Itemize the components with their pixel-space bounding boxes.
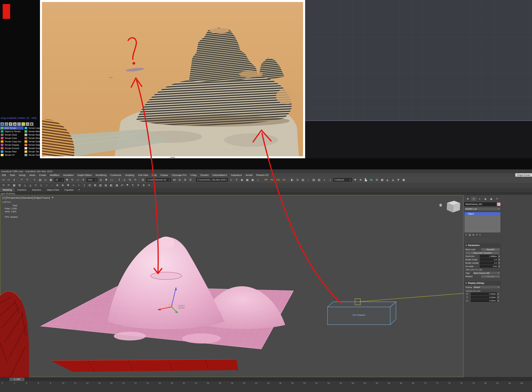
spinner-field[interactable]: 1.4996m bbox=[480, 255, 498, 258]
menu-item[interactable]: Customize bbox=[108, 174, 123, 177]
terrain-operator-item[interactable]: Terrain Filter bbox=[0, 150, 24, 153]
tool-icon[interactable]: ◌ bbox=[49, 183, 55, 188]
tool-icon[interactable]: ◇ bbox=[38, 183, 44, 188]
tool-icon[interactable]: ∫ bbox=[82, 183, 87, 188]
tool-icon[interactable]: ▽ bbox=[33, 183, 38, 188]
undo-icon[interactable]: ↶ bbox=[19, 177, 24, 182]
tool-icon[interactable]: ⊠ bbox=[92, 183, 98, 188]
terrain-operator-item[interactable]: Terrain Erosion bbox=[0, 146, 24, 150]
select-and-place-icon[interactable]: ✛ bbox=[81, 177, 86, 182]
spinner-snap-icon[interactable]: ⟳ bbox=[133, 177, 138, 182]
tool-icon[interactable]: ○ bbox=[44, 183, 49, 188]
object-color-swatch[interactable] bbox=[497, 202, 501, 206]
terrain-operator-item[interactable]: Terrain Snow bbox=[24, 146, 40, 150]
tool-icon[interactable]: ⊗ bbox=[60, 183, 65, 188]
terrain-operator-item[interactable]: Birth Terrain bbox=[0, 126, 24, 130]
depot-tool-icon[interactable]: ▤ bbox=[5, 122, 8, 126]
display-toggle-icon[interactable]: ⊡ bbox=[295, 177, 300, 182]
layer-explorer-icon[interactable]: ≣ bbox=[182, 177, 188, 182]
select-and-scale-icon[interactable]: ▱ bbox=[75, 177, 81, 182]
window-resize-handle[interactable] bbox=[170, 157, 175, 158]
ribbon-tab[interactable]: Object Paint bbox=[44, 188, 62, 192]
menu-item[interactable]: Graph Editors bbox=[76, 174, 94, 177]
tool-icon[interactable]: ⚑ bbox=[125, 183, 130, 188]
tool-icon[interactable]: ⊕ bbox=[55, 183, 60, 188]
tool-icon[interactable]: ▨ bbox=[316, 177, 322, 182]
percent-snap-icon[interactable]: % bbox=[127, 177, 133, 182]
red-mesh-left[interactable] bbox=[0, 291, 29, 377]
terrain-operator-item[interactable]: Terrain Slope bbox=[24, 143, 40, 146]
spinner-arrows[interactable] bbox=[498, 261, 500, 264]
snaps-toggle-icon[interactable]: 3 bbox=[116, 177, 122, 182]
menu-item[interactable]: Create bbox=[37, 174, 48, 177]
depot-tool-icon[interactable]: ▷ bbox=[17, 122, 21, 126]
tool-icon[interactable]: ▥ bbox=[103, 183, 109, 188]
menu-item[interactable]: Rendering bbox=[94, 174, 108, 177]
terrain-operator-item[interactable]: Terrain Mesh bbox=[24, 130, 40, 133]
tool-icon[interactable]: ✛ bbox=[136, 183, 141, 188]
rectangular-selection-icon[interactable]: ▭ bbox=[43, 177, 48, 182]
selection-set-dropdown[interactable]: Create Selection Se bbox=[146, 178, 171, 182]
tool-icon[interactable]: ✚ bbox=[65, 183, 71, 188]
terrain-operator-item[interactable]: Terrain Copy Out bbox=[0, 140, 24, 143]
spinner-arrows[interactable] bbox=[497, 296, 499, 299]
separator[interactable] bbox=[262, 178, 262, 182]
configure-modifier-sets-icon[interactable]: ≡ bbox=[479, 233, 481, 236]
schematic-view-icon[interactable]: # bbox=[234, 177, 239, 182]
menu-item[interactable]: Scripting bbox=[123, 174, 136, 177]
tool-icon[interactable]: ⟳ bbox=[6, 183, 11, 188]
filter-icon[interactable] bbox=[52, 197, 54, 199]
render-window[interactable] bbox=[40, 0, 305, 158]
vctr-displace-helper[interactable] bbox=[328, 302, 396, 325]
utilities-tab[interactable]: ✎ bbox=[494, 197, 500, 201]
make-unique-icon[interactable]: ⧉ bbox=[472, 233, 474, 236]
modifier-list-dropdown[interactable]: Modifier List bbox=[464, 207, 501, 211]
isolate-selection-icon[interactable]: ◧ bbox=[290, 177, 295, 182]
reference-coordinate-dropdown[interactable]: View bbox=[86, 178, 98, 182]
redo-icon[interactable]: ↷ bbox=[24, 177, 30, 182]
modifier-stack[interactable]: Object bbox=[464, 212, 501, 233]
material-editor-icon[interactable]: ◉ bbox=[239, 177, 245, 182]
menu-item[interactable]: Animation bbox=[61, 174, 76, 177]
clone-icon[interactable]: ⧉ bbox=[374, 177, 380, 182]
viewcube-home-icon[interactable] bbox=[439, 203, 442, 207]
mirror-icon[interactable]: ⋈ bbox=[172, 177, 177, 182]
bind-to-space-warp-icon[interactable]: ≬ bbox=[11, 177, 17, 182]
array-tool-icon[interactable]: ▦ bbox=[380, 177, 385, 182]
tool-icon[interactable]: ⟲ bbox=[1, 183, 6, 188]
tool-icon[interactable]: ◭ bbox=[385, 177, 390, 182]
display-tab[interactable]: ▣ bbox=[489, 197, 494, 201]
pivot-tool-icon[interactable]: ▙ bbox=[363, 177, 369, 182]
tool-icon[interactable]: ▧ bbox=[311, 177, 316, 182]
tool-icon[interactable]: ▤ bbox=[98, 183, 103, 188]
unlink-selection-icon[interactable]: ⊷ bbox=[6, 177, 11, 182]
menu-item[interactable]: DebrisMaker2 bbox=[210, 174, 229, 177]
scene-explorer-icon[interactable]: ☰ bbox=[188, 177, 193, 182]
tool-icon[interactable]: ◐ bbox=[322, 177, 327, 182]
depot-tool-icon[interactable]: ◧ bbox=[30, 122, 33, 126]
angle-snap-icon[interactable]: ∠ bbox=[122, 177, 127, 182]
terrain-operator-item[interactable]: Terrain Resam bbox=[24, 136, 40, 140]
tool-icon[interactable]: ∿ bbox=[71, 183, 76, 188]
selection-filter-dropdown[interactable]: All bbox=[54, 178, 64, 182]
rollout-header[interactable]: Parameters bbox=[464, 243, 501, 247]
menu-item[interactable]: Octane bbox=[159, 174, 170, 177]
viewport-label[interactable]: [+] [Perspective] [Standard] [Edged Face… bbox=[2, 196, 50, 199]
modify-tab[interactable]: ∿ bbox=[471, 197, 476, 201]
spinner-arrows[interactable] bbox=[497, 293, 499, 295]
spinner-field[interactable]: 1.0 bbox=[480, 261, 498, 264]
type-dropdown[interactable]: Mesh Volume SDF bbox=[473, 271, 500, 275]
timeline-ruler[interactable]: 0246810121416182022242628303234363840424… bbox=[0, 381, 532, 392]
terrain-operator-item[interactable]: Terrain Color bbox=[0, 136, 24, 140]
tool-icon[interactable]: ≣ bbox=[141, 183, 146, 188]
show-end-result-icon[interactable]: ▥ bbox=[469, 233, 471, 236]
select-object-icon[interactable]: ↖ bbox=[32, 177, 38, 182]
ribbon-panel-label[interactable]: ygon Modeling bbox=[1, 192, 15, 195]
menu-item[interactable]: Help bbox=[150, 174, 159, 177]
ghost-icon[interactable]: ▫ bbox=[306, 177, 311, 182]
menu-item[interactable]: Phoenix FD bbox=[254, 174, 270, 177]
terrain-operator-item[interactable]: Terrain Tile bbox=[24, 150, 40, 153]
depot-tool-icon[interactable]: ● bbox=[26, 122, 29, 126]
spinner-field[interactable]: 1.0 bbox=[480, 258, 498, 261]
spinner-arrows[interactable] bbox=[498, 265, 500, 268]
